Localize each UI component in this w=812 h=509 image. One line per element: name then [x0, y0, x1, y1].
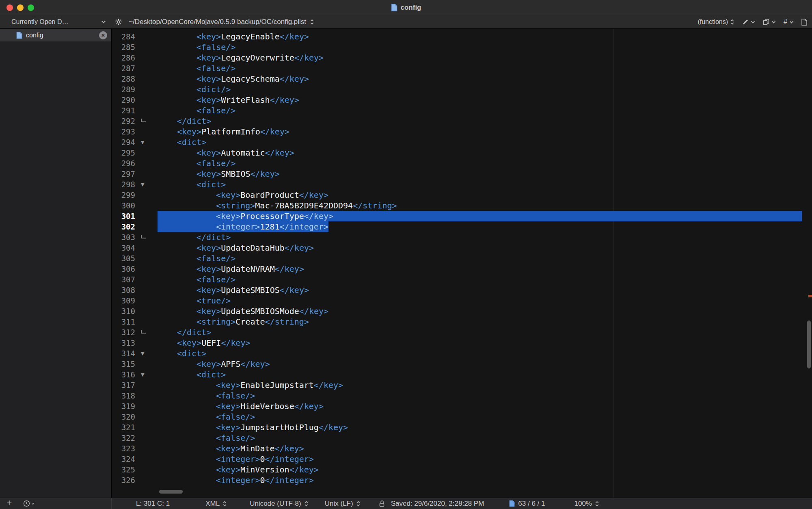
code-text[interactable]: </dict> [158, 327, 802, 338]
language-selector[interactable]: XML [205, 500, 227, 508]
add-button[interactable]: + [6, 498, 12, 508]
zoom-selector[interactable]: 100% [574, 500, 599, 508]
code-line-326[interactable]: 326<integer>0</integer> [112, 475, 802, 485]
code-line-312[interactable]: 312</dict> [112, 327, 802, 338]
code-text[interactable]: <key>EnableJumpstart</key> [158, 380, 802, 390]
fold-open-icon[interactable]: ▼ [135, 179, 158, 190]
new-document-button[interactable] [801, 19, 807, 26]
code-line-304[interactable]: 304<key>UpdateDataHub</key> [112, 243, 802, 253]
code-text[interactable]: <key>LegacyOverwrite</key> [158, 52, 802, 63]
code-text[interactable]: <key>UpdateNVRAM</key> [158, 264, 802, 274]
code-text[interactable]: <key>SMBIOS</key> [158, 169, 802, 179]
code-text[interactable]: <false/> [158, 42, 802, 52]
code-line-310[interactable]: 310<key>UpdateSMBIOSMode</key> [112, 306, 802, 316]
code-line-292[interactable]: 292</dict> [112, 116, 802, 126]
code-line-290[interactable]: 290<key>WriteFlash</key> [112, 95, 802, 105]
code-text[interactable]: <integer>0</integer> [158, 475, 802, 485]
code-text[interactable]: <integer>1281</integer> [158, 221, 802, 232]
code-text[interactable]: <key>PlatformInfo</key> [158, 126, 802, 137]
code-line-285[interactable]: 285<false/> [112, 42, 802, 52]
code-line-315[interactable]: 315<key>APFS</key> [112, 359, 802, 369]
code-line-319[interactable]: 319<key>HideVerbose</key> [112, 401, 802, 412]
code-text[interactable]: <key>ProcessorType</key> [158, 211, 802, 221]
code-line-322[interactable]: 322<false/> [112, 433, 802, 443]
sidebar-item-config[interactable]: config × [0, 29, 111, 41]
fold-open-icon[interactable]: ▼ [135, 369, 158, 380]
fold-end-icon[interactable] [135, 116, 158, 126]
code-line-301[interactable]: 301<key>ProcessorType</key> [112, 211, 802, 221]
code-text[interactable]: <key>MinVersion</key> [158, 464, 802, 475]
unlock-icon[interactable] [379, 500, 385, 507]
code-line-287[interactable]: 287<false/> [112, 63, 802, 74]
documents-dropdown[interactable]: Currently Open D… [0, 15, 112, 28]
code-text[interactable]: <false/> [158, 158, 802, 169]
code-line-317[interactable]: 317<key>EnableJumpstart</key> [112, 380, 802, 390]
code-text[interactable]: <key>UpdateSMBIOS</key> [158, 285, 802, 295]
code-text[interactable]: <key>UpdateSMBIOSMode</key> [158, 306, 802, 316]
code-text[interactable]: <integer>0</integer> [158, 454, 802, 464]
code-text[interactable]: <key>WriteFlash</key> [158, 95, 802, 105]
close-window-button[interactable] [6, 4, 13, 11]
related-documents-menu[interactable] [763, 19, 776, 25]
code-text[interactable]: <true/> [158, 295, 802, 306]
code-text[interactable]: <false/> [158, 253, 802, 264]
code-text[interactable]: <false/> [158, 105, 802, 116]
close-document-button[interactable]: × [99, 31, 107, 39]
file-path-menu[interactable]: ~/Desktop/OpenCore/Mojave/0.5.9 backup/O… [129, 18, 314, 26]
minimize-window-button[interactable] [17, 4, 24, 11]
code-text[interactable]: <key>MinDate</key> [158, 443, 802, 454]
code-line-297[interactable]: 297<key>SMBIOS</key> [112, 169, 802, 179]
code-line-302[interactable]: 302<integer>1281</integer> [112, 221, 802, 232]
code-text[interactable]: <key>LegacyEnable</key> [158, 31, 802, 42]
code-line-314[interactable]: 314▼<dict> [112, 348, 802, 359]
code-text[interactable]: <key>UEFI</key> [158, 338, 802, 348]
code-line-303[interactable]: 303</dict> [112, 232, 802, 243]
line-ending-selector[interactable]: Unix (LF) [325, 500, 361, 508]
code-text[interactable]: </dict> [158, 232, 802, 243]
code-line-308[interactable]: 308<key>UpdateSMBIOS</key> [112, 285, 802, 295]
code-line-293[interactable]: 293<key>PlatformInfo</key> [112, 126, 802, 137]
code-text[interactable]: <key>UpdateDataHub</key> [158, 243, 802, 253]
code-line-306[interactable]: 306<key>UpdateNVRAM</key> [112, 264, 802, 274]
code-line-309[interactable]: 309<true/> [112, 295, 802, 306]
code-line-284[interactable]: 284<key>LegacyEnable</key> [112, 31, 802, 42]
code-text[interactable]: <dict> [158, 369, 802, 380]
code-line-288[interactable]: 288<key>LegacySchema</key> [112, 74, 802, 84]
code-text[interactable]: <key>HideVerbose</key> [158, 401, 802, 412]
code-line-321[interactable]: 321<key>JumpstartHotPlug</key> [112, 422, 802, 433]
code-text[interactable]: <key>JumpstartHotPlug</key> [158, 422, 802, 433]
code-line-296[interactable]: 296<false/> [112, 158, 802, 169]
gear-menu-button[interactable] [115, 18, 122, 26]
functions-dropdown[interactable]: (functions) [698, 18, 734, 26]
code-text[interactable]: <key>Automatic</key> [158, 147, 802, 158]
code-line-313[interactable]: 313<key>UEFI</key> [112, 338, 802, 348]
zoom-window-button[interactable] [28, 4, 34, 11]
fold-open-icon[interactable]: ▼ [135, 137, 158, 147]
code-text[interactable]: <false/> [158, 63, 802, 74]
code-text[interactable]: <false/> [158, 390, 802, 401]
code-line-286[interactable]: 286<key>LegacyOverwrite</key> [112, 52, 802, 63]
code-line-295[interactable]: 295<key>Automatic</key> [112, 147, 802, 158]
code-line-325[interactable]: 325<key>MinVersion</key> [112, 464, 802, 475]
code-line-294[interactable]: 294▼<dict> [112, 137, 802, 147]
code-text[interactable]: <key>APFS</key> [158, 359, 802, 369]
fold-open-icon[interactable]: ▼ [135, 348, 158, 359]
code-text[interactable]: <key>LegacySchema</key> [158, 74, 802, 84]
code-line-291[interactable]: 291<false/> [112, 105, 802, 116]
fold-end-icon[interactable] [135, 327, 158, 338]
horizontal-scrollbar[interactable] [159, 490, 183, 494]
code-text[interactable]: <false/> [158, 433, 802, 443]
code-text[interactable]: <false/> [158, 412, 802, 422]
recent-documents-button[interactable] [23, 500, 35, 507]
code-line-299[interactable]: 299<key>BoardProduct</key> [112, 190, 802, 200]
code-line-298[interactable]: 298▼<dict> [112, 179, 802, 190]
code-line-289[interactable]: 289<dict/> [112, 84, 802, 95]
code-text[interactable]: <string>Create</string> [158, 316, 802, 327]
code-line-300[interactable]: 300<string>Mac-7BA5B2D9E42DDD94</string> [112, 200, 802, 211]
code-text[interactable]: <false/> [158, 274, 802, 285]
code-line-307[interactable]: 307<false/> [112, 274, 802, 285]
code-text[interactable]: <key>BoardProduct</key> [158, 190, 802, 200]
code-line-305[interactable]: 305<false/> [112, 253, 802, 264]
code-text[interactable]: </dict> [158, 116, 802, 126]
code-line-316[interactable]: 316▼<dict> [112, 369, 802, 380]
